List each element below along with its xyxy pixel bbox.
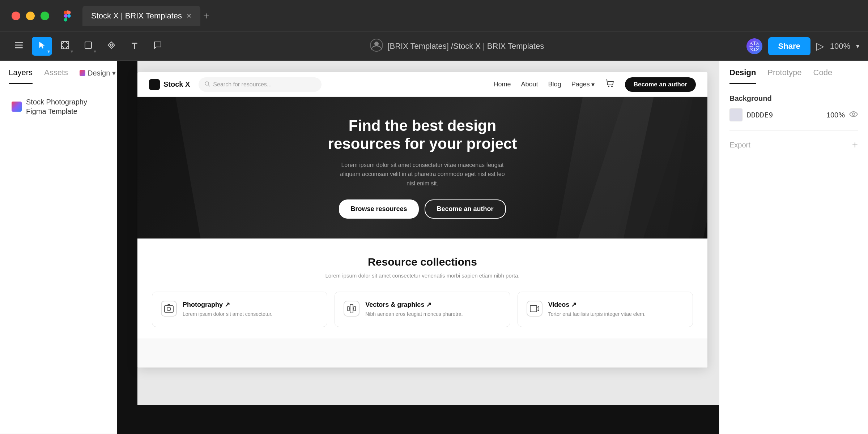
browse-resources-button[interactable]: Browse resources bbox=[339, 199, 418, 219]
zoom-chevron-icon[interactable]: ▾ bbox=[856, 42, 859, 50]
collection-vectors-card[interactable]: Vectors & graphics ↗ Nibh aenean eros fe… bbox=[335, 292, 510, 327]
tab-assets[interactable]: Assets bbox=[44, 68, 68, 84]
layer-name: Stock Photography Figma Template bbox=[26, 97, 105, 116]
minimize-button[interactable] bbox=[26, 12, 35, 20]
export-row: Export + bbox=[729, 139, 858, 151]
tab-prototype[interactable]: Prototype bbox=[767, 68, 801, 84]
shape-tool-button[interactable]: ▾ bbox=[78, 37, 98, 56]
videos-desc: Tortor erat facilisis turpis integer vit… bbox=[548, 311, 646, 318]
background-color-swatch[interactable] bbox=[729, 108, 743, 121]
canvas-left-bar bbox=[117, 61, 137, 434]
collection-videos-card[interactable]: Videos ↗ Tortor erat facilisis turpis in… bbox=[518, 292, 693, 327]
breadcrumb-text[interactable]: [BRIX Templates] /Stock X | BRIX Templat… bbox=[387, 42, 544, 51]
active-tab[interactable]: Stock X | BRIX Templates ✕ bbox=[82, 6, 200, 26]
hero-buttons: Browse resources Become an author bbox=[328, 199, 517, 219]
logo-text: Stock X bbox=[163, 80, 190, 89]
canvas-bottom-bar bbox=[137, 405, 719, 434]
toolbar: ▾ ▾ ▾ bbox=[0, 32, 868, 61]
background-color-opacity[interactable]: 100% bbox=[826, 111, 845, 119]
collections-section: Resource collections Lorem ipsum dolor s… bbox=[137, 239, 707, 339]
nav-pages[interactable]: Pages ▾ bbox=[571, 81, 595, 89]
hero-section: Find the best design resources for your … bbox=[137, 97, 707, 239]
vectors-name: Vectors & graphics ↗ bbox=[365, 301, 463, 309]
menu-button[interactable] bbox=[9, 37, 29, 56]
background-color-hex[interactable]: DDDDE9 bbox=[747, 111, 822, 119]
user-avatar-icon bbox=[370, 39, 383, 54]
nav-become-author-button[interactable]: Become an author bbox=[625, 77, 696, 92]
user-avatar[interactable] bbox=[746, 38, 762, 54]
svg-point-22 bbox=[167, 307, 171, 311]
zoom-level[interactable]: 100% bbox=[830, 42, 850, 51]
text-icon: T bbox=[132, 40, 137, 52]
svg-point-19 bbox=[608, 86, 609, 87]
tab-code[interactable]: Code bbox=[813, 68, 833, 84]
nav-about[interactable]: About bbox=[521, 81, 538, 88]
frame-tool-button[interactable]: ▾ bbox=[55, 37, 75, 56]
panel-content: Stock Photography Figma Template bbox=[0, 84, 117, 434]
svg-rect-24 bbox=[348, 306, 349, 311]
breadcrumb-area: [BRIX Templates] /Stock X | BRIX Templat… bbox=[171, 39, 744, 54]
tab-design[interactable]: Design bbox=[729, 68, 756, 84]
tab-title: Stock X | BRIX Templates bbox=[91, 11, 182, 21]
cart-icon[interactable] bbox=[605, 78, 615, 91]
comment-tool-button[interactable] bbox=[148, 37, 168, 56]
share-button[interactable]: Share bbox=[768, 37, 810, 55]
layer-item[interactable]: Stock Photography Figma Template bbox=[9, 93, 108, 120]
close-button[interactable] bbox=[12, 12, 20, 20]
collections-title: Resource collections bbox=[152, 256, 693, 268]
collection-photography-card[interactable]: Photography ↗ Lorem ipsum dolor sit amet… bbox=[152, 292, 327, 327]
nav-home[interactable]: Home bbox=[494, 81, 511, 88]
svg-line-18 bbox=[208, 85, 210, 86]
canvas-area[interactable]: Stock X Search for resources... Home bbox=[117, 61, 719, 434]
frame-icon bbox=[61, 41, 69, 51]
site-search[interactable]: Search for resources... bbox=[199, 77, 322, 92]
photography-name: Photography ↗ bbox=[183, 301, 272, 309]
background-section-label: Background bbox=[729, 94, 858, 103]
pen-icon bbox=[107, 41, 115, 51]
background-color-row: DDDDE9 100% bbox=[729, 108, 858, 121]
text-tool-button[interactable]: T bbox=[124, 37, 145, 56]
vectors-icon bbox=[344, 301, 359, 317]
traffic-lights bbox=[12, 12, 49, 20]
right-panel-content: Background DDDDE9 100% Export + bbox=[719, 84, 868, 161]
nav-blog[interactable]: Blog bbox=[548, 81, 561, 88]
hero-content: Find the best design resources for your … bbox=[314, 117, 532, 219]
videos-name: Videos ↗ bbox=[548, 301, 646, 309]
svg-rect-2 bbox=[15, 47, 23, 48]
become-author-hero-button[interactable]: Become an author bbox=[425, 199, 506, 219]
play-icon[interactable]: ▷ bbox=[816, 40, 824, 52]
pen-tool-button[interactable] bbox=[101, 37, 122, 56]
tab-layers[interactable]: Layers bbox=[9, 68, 33, 84]
bottom-preview-strip bbox=[137, 339, 707, 368]
design-badge[interactable]: Design ▾ bbox=[80, 69, 116, 83]
tab-close-icon[interactable]: ✕ bbox=[186, 12, 192, 20]
website-mockup: Stock X Search for resources... Home bbox=[137, 72, 707, 368]
search-placeholder: Search for resources... bbox=[213, 81, 272, 88]
hero-subtitle: Lorem ipsum dolor sit amet consectetur v… bbox=[336, 160, 509, 188]
maximize-button[interactable] bbox=[41, 12, 49, 20]
svg-rect-23 bbox=[350, 304, 353, 313]
main-layout: Layers Assets Design ▾ Stock Photography… bbox=[0, 61, 868, 434]
photography-info: Photography ↗ Lorem ipsum dolor sit amet… bbox=[183, 301, 272, 318]
svg-rect-21 bbox=[165, 306, 173, 312]
new-tab-icon[interactable]: + bbox=[203, 10, 209, 22]
svg-point-15 bbox=[374, 42, 379, 46]
titlebar: Stock X | BRIX Templates ✕ + bbox=[0, 0, 868, 32]
design-badge-label: Design bbox=[88, 69, 110, 77]
collections-subtitle: Lorem ipsum dolor sit amet consectetur v… bbox=[152, 272, 693, 279]
site-logo: Stock X bbox=[149, 79, 190, 90]
design-chevron-icon: ▾ bbox=[112, 69, 116, 77]
shape-icon bbox=[84, 41, 92, 51]
photography-desc: Lorem ipsum dolor sit amet consectetur. bbox=[183, 311, 272, 318]
visibility-toggle-icon[interactable] bbox=[849, 110, 858, 120]
svg-point-20 bbox=[611, 86, 613, 87]
select-tool-button[interactable]: ▾ bbox=[32, 37, 52, 56]
svg-rect-28 bbox=[530, 305, 537, 312]
export-add-icon[interactable]: + bbox=[852, 139, 858, 151]
collections-grid: Photography ↗ Lorem ipsum dolor sit amet… bbox=[152, 292, 693, 327]
comment-icon bbox=[154, 41, 162, 51]
menu-icon bbox=[15, 42, 23, 50]
hero-title: Find the best design resources for your … bbox=[328, 117, 517, 153]
section-divider bbox=[729, 130, 858, 130]
canvas-frame: Stock X Search for resources... Home bbox=[137, 72, 707, 368]
